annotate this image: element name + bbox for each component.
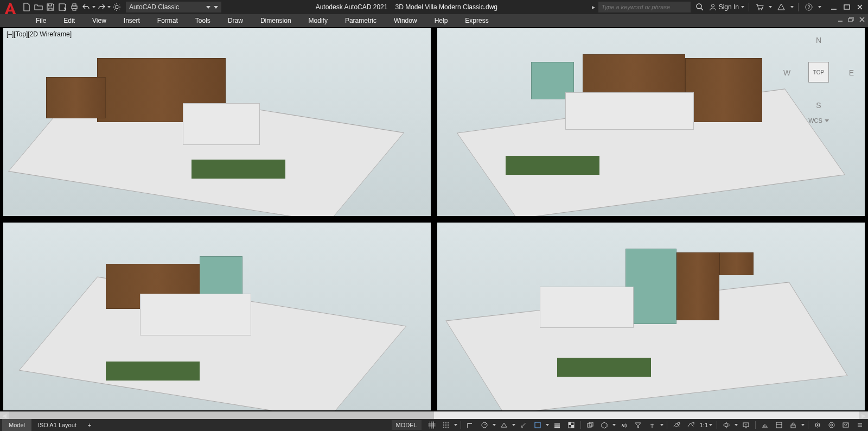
undo-icon[interactable] — [80, 1, 92, 13]
viewport-top-left[interactable]: [–][Top][2D Wireframe] — [2, 27, 432, 217]
grid-icon[interactable] — [426, 420, 438, 430]
svg-rect-31 — [569, 422, 571, 425]
autodesk-app-icon[interactable] — [775, 1, 787, 13]
search-icon[interactable] — [694, 1, 706, 13]
svg-point-8 — [761, 9, 762, 10]
viewport-bottom-right[interactable] — [436, 221, 866, 411]
scroll-thumb[interactable] — [9, 411, 434, 419]
annotation-visibility-icon[interactable] — [671, 420, 682, 430]
space-indicator[interactable]: MODEL — [392, 420, 422, 430]
redo-icon[interactable] — [95, 1, 107, 13]
svg-rect-41 — [791, 425, 795, 428]
minimize-icon[interactable] — [830, 3, 838, 11]
help-icon[interactable]: ? — [803, 1, 815, 13]
search-input[interactable] — [598, 2, 691, 12]
ortho-icon[interactable] — [464, 420, 476, 430]
search-arrow-icon: ▸ — [592, 3, 595, 11]
menu-format[interactable]: Format — [149, 15, 187, 26]
lock-ui-dropdown-icon[interactable] — [801, 424, 805, 426]
quick-properties-icon[interactable] — [773, 420, 785, 430]
3dosnap-dropdown-icon[interactable] — [612, 424, 616, 426]
lock-ui-icon[interactable] — [787, 420, 799, 430]
scroll-right-icon[interactable]: ▸ — [859, 411, 868, 419]
tab-model[interactable]: Model — [2, 419, 31, 431]
polar-icon[interactable] — [478, 420, 490, 430]
appstore-dropdown-icon[interactable] — [790, 6, 794, 8]
viewcube-face[interactable]: TOP — [808, 62, 829, 83]
menu-help[interactable]: Help — [426, 15, 457, 26]
horizontal-scrollbar[interactable]: ◂ ▸ — [0, 411, 868, 419]
3dosnap-icon[interactable] — [598, 420, 610, 430]
svg-point-44 — [829, 422, 834, 428]
menu-view[interactable]: View — [84, 15, 115, 26]
isodraft-icon[interactable] — [498, 420, 510, 430]
isolate-icon[interactable] — [812, 420, 824, 430]
menu-bar: File Edit View Insert Format Tools Draw … — [0, 14, 868, 27]
menu-tools[interactable]: Tools — [187, 15, 219, 26]
svg-point-6 — [711, 4, 714, 7]
osnap-dropdown-icon[interactable] — [546, 424, 549, 426]
title-bar: Autodesk AutoCAD 2021 3D Model Villa Mod… — [221, 3, 592, 11]
help-dropdown-icon[interactable] — [818, 6, 821, 8]
cart-dropdown-icon[interactable] — [769, 6, 772, 8]
dynamic-ucs-icon[interactable] — [618, 420, 630, 430]
transparency-icon[interactable] — [565, 420, 577, 430]
new-icon[interactable] — [21, 1, 33, 13]
svg-point-35 — [678, 422, 680, 424]
clean-screen-icon[interactable] — [840, 420, 852, 430]
tab-layout1[interactable]: ISO A1 Layout — [31, 419, 83, 431]
cart-icon[interactable] — [754, 1, 765, 13]
mdi-minimize-icon[interactable] — [837, 16, 844, 23]
mdi-restore-icon[interactable] — [847, 16, 855, 23]
scroll-left-icon[interactable]: ◂ — [0, 411, 9, 419]
menu-window[interactable]: Window — [385, 15, 426, 26]
workspace-dropdown[interactable]: AutoCAD Classic — [126, 2, 221, 12]
save-icon[interactable] — [44, 1, 56, 13]
osnap-icon[interactable] — [518, 420, 529, 430]
menu-file[interactable]: File — [27, 15, 55, 26]
isodraft-dropdown-icon[interactable] — [512, 424, 515, 426]
user-icon — [709, 3, 717, 11]
menu-edit[interactable]: Edit — [55, 15, 84, 26]
maximize-icon[interactable] — [843, 3, 851, 11]
svg-line-5 — [701, 8, 703, 10]
mdi-close-icon[interactable] — [858, 16, 866, 23]
menu-parametric[interactable]: Parametric — [336, 15, 385, 26]
svg-rect-2 — [73, 9, 76, 10]
hardware-accel-icon[interactable] — [826, 420, 838, 430]
print-icon[interactable] — [68, 1, 80, 13]
gear-icon[interactable] — [111, 1, 123, 13]
svg-rect-39 — [776, 422, 782, 428]
tab-add[interactable]: + — [83, 419, 96, 431]
snap-icon[interactable] — [440, 420, 452, 430]
close-icon[interactable] — [856, 3, 864, 11]
menu-insert[interactable]: Insert — [115, 15, 149, 26]
snap-dropdown-icon[interactable] — [454, 424, 457, 426]
customize-icon[interactable] — [854, 420, 866, 430]
menu-dimension[interactable]: Dimension — [252, 15, 300, 26]
lineweight-icon[interactable] — [551, 420, 563, 430]
cycling-icon[interactable] — [584, 420, 596, 430]
model-view — [3, 223, 431, 410]
selection-filter-icon[interactable] — [632, 420, 644, 430]
gizmo-icon[interactable] — [646, 420, 658, 430]
menu-draw[interactable]: Draw — [219, 15, 252, 26]
open-icon[interactable] — [33, 1, 44, 13]
polar-dropdown-icon[interactable] — [493, 424, 496, 426]
sign-in-button[interactable]: Sign In — [709, 3, 744, 11]
viewport-top-right[interactable]: N S E W TOP WCS — [436, 27, 866, 217]
annotation-scale[interactable]: 1:1 — [699, 422, 713, 428]
workspace-switch-dropdown-icon[interactable] — [735, 424, 738, 426]
menu-modify[interactable]: Modify — [300, 15, 336, 26]
menu-express[interactable]: Express — [456, 15, 497, 26]
gizmo-dropdown-icon[interactable] — [660, 424, 663, 426]
viewport-bottom-left[interactable] — [2, 221, 432, 411]
svg-point-16 — [443, 422, 444, 423]
osnap2d-icon[interactable] — [532, 420, 544, 430]
workspace-switch-icon[interactable] — [720, 420, 732, 430]
scroll-track[interactable] — [9, 411, 859, 419]
saveas-icon[interactable] — [56, 1, 68, 13]
annotation-monitor-icon[interactable]: + — [740, 420, 752, 430]
units-icon[interactable] — [759, 420, 771, 430]
autoscale-icon[interactable] — [685, 420, 697, 430]
